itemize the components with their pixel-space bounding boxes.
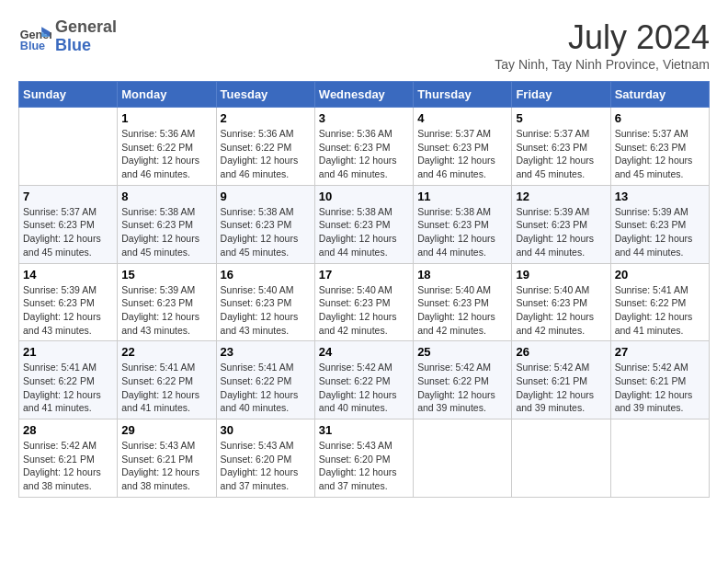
calendar-cell: 20Sunrise: 5:41 AM Sunset: 6:22 PM Dayli… [610,263,709,341]
title-section: July 2024 Tay Ninh, Tay Ninh Province, V… [495,18,710,72]
calendar-week-row: 1Sunrise: 5:36 AM Sunset: 6:22 PM Daylig… [19,108,710,186]
calendar-cell: 2Sunrise: 5:36 AM Sunset: 6:22 PM Daylig… [216,108,314,186]
calendar-cell: 31Sunrise: 5:43 AM Sunset: 6:20 PM Dayli… [314,419,413,498]
svg-text:Blue: Blue [20,40,45,52]
calendar-cell: 22Sunrise: 5:41 AM Sunset: 6:22 PM Dayli… [118,341,216,419]
calendar-cell [512,419,610,498]
day-number: 14 [23,268,113,282]
day-number: 25 [417,345,507,359]
calendar-cell: 15Sunrise: 5:39 AM Sunset: 6:23 PM Dayli… [118,263,216,341]
day-number: 3 [319,111,409,125]
cell-content: Sunrise: 5:39 AM Sunset: 6:23 PM Dayligh… [23,283,113,338]
cell-content: Sunrise: 5:42 AM Sunset: 6:21 PM Dayligh… [615,361,705,415]
day-number: 24 [319,345,409,359]
calendar-cell [414,419,512,498]
day-number: 5 [516,111,606,125]
cell-content: Sunrise: 5:37 AM Sunset: 6:23 PM Dayligh… [516,127,606,181]
day-number: 22 [121,345,211,359]
day-number: 1 [121,111,211,125]
weekday-header-wednesday: Wednesday [314,82,413,108]
calendar-cell: 6Sunrise: 5:37 AM Sunset: 6:23 PM Daylig… [610,108,709,186]
calendar-cell: 1Sunrise: 5:36 AM Sunset: 6:22 PM Daylig… [118,108,216,186]
weekday-header-thursday: Thursday [414,82,512,108]
cell-content: Sunrise: 5:41 AM Sunset: 6:22 PM Dayligh… [121,361,211,415]
calendar-cell: 25Sunrise: 5:42 AM Sunset: 6:22 PM Dayli… [414,341,512,419]
logo-line1: General [55,18,117,37]
cell-content: Sunrise: 5:37 AM Sunset: 6:23 PM Dayligh… [23,205,113,259]
calendar-cell: 11Sunrise: 5:38 AM Sunset: 6:23 PM Dayli… [414,185,512,263]
calendar-cell: 5Sunrise: 5:37 AM Sunset: 6:23 PM Daylig… [512,108,610,186]
calendar-cell: 13Sunrise: 5:39 AM Sunset: 6:23 PM Dayli… [610,185,709,263]
calendar-cell: 10Sunrise: 5:38 AM Sunset: 6:23 PM Dayli… [314,185,413,263]
cell-content: Sunrise: 5:38 AM Sunset: 6:23 PM Dayligh… [121,205,211,259]
cell-content: Sunrise: 5:42 AM Sunset: 6:22 PM Dayligh… [319,361,409,415]
cell-content: Sunrise: 5:42 AM Sunset: 6:21 PM Dayligh… [23,439,113,493]
day-number: 6 [615,111,705,125]
cell-content: Sunrise: 5:36 AM Sunset: 6:22 PM Dayligh… [121,127,211,181]
day-number: 20 [615,268,705,282]
day-number: 27 [615,345,705,359]
calendar-week-row: 14Sunrise: 5:39 AM Sunset: 6:23 PM Dayli… [19,263,710,341]
calendar-header-row: SundayMondayTuesdayWednesdayThursdayFrid… [19,82,710,108]
cell-content: Sunrise: 5:43 AM Sunset: 6:20 PM Dayligh… [319,439,409,493]
logo-icon: General Blue [18,20,51,53]
day-number: 15 [121,268,211,282]
weekday-header-friday: Friday [512,82,610,108]
cell-content: Sunrise: 5:43 AM Sunset: 6:20 PM Dayligh… [221,439,311,493]
day-number: 19 [516,268,606,282]
calendar-cell: 28Sunrise: 5:42 AM Sunset: 6:21 PM Dayli… [19,419,118,498]
day-number: 28 [23,423,113,437]
logo-line2: Blue [55,37,117,55]
location-subtitle: Tay Ninh, Tay Ninh Province, Vietnam [495,57,710,72]
logo-text: General Blue [55,18,117,55]
calendar-cell: 4Sunrise: 5:37 AM Sunset: 6:23 PM Daylig… [414,108,512,186]
calendar-cell: 27Sunrise: 5:42 AM Sunset: 6:21 PM Dayli… [610,341,709,419]
cell-content: Sunrise: 5:37 AM Sunset: 6:23 PM Dayligh… [417,127,507,181]
day-number: 16 [221,268,311,282]
calendar-cell: 30Sunrise: 5:43 AM Sunset: 6:20 PM Dayli… [216,419,314,498]
calendar-cell: 17Sunrise: 5:40 AM Sunset: 6:23 PM Dayli… [314,263,413,341]
day-number: 23 [221,345,311,359]
cell-content: Sunrise: 5:42 AM Sunset: 6:21 PM Dayligh… [516,361,606,415]
day-number: 21 [23,345,113,359]
cell-content: Sunrise: 5:39 AM Sunset: 6:23 PM Dayligh… [615,205,705,259]
calendar-cell: 23Sunrise: 5:41 AM Sunset: 6:22 PM Dayli… [216,341,314,419]
day-number: 13 [615,190,705,203]
logo: General Blue General Blue [18,18,117,55]
day-number: 9 [221,190,311,203]
day-number: 31 [319,423,409,437]
weekday-header-tuesday: Tuesday [216,82,314,108]
cell-content: Sunrise: 5:42 AM Sunset: 6:22 PM Dayligh… [417,361,507,415]
day-number: 29 [121,423,211,437]
calendar-week-row: 28Sunrise: 5:42 AM Sunset: 6:21 PM Dayli… [19,419,710,498]
page-header: General Blue General Blue July 2024 Tay … [18,18,710,72]
calendar-week-row: 21Sunrise: 5:41 AM Sunset: 6:22 PM Dayli… [19,341,710,419]
calendar-cell: 19Sunrise: 5:40 AM Sunset: 6:23 PM Dayli… [512,263,610,341]
cell-content: Sunrise: 5:40 AM Sunset: 6:23 PM Dayligh… [516,283,606,338]
day-number: 12 [516,190,606,203]
day-number: 2 [221,111,311,125]
calendar-cell: 18Sunrise: 5:40 AM Sunset: 6:23 PM Dayli… [414,263,512,341]
cell-content: Sunrise: 5:43 AM Sunset: 6:21 PM Dayligh… [121,439,211,493]
cell-content: Sunrise: 5:40 AM Sunset: 6:23 PM Dayligh… [319,283,409,338]
weekday-header-monday: Monday [118,82,216,108]
day-number: 7 [23,190,113,203]
cell-content: Sunrise: 5:41 AM Sunset: 6:22 PM Dayligh… [221,361,311,415]
cell-content: Sunrise: 5:40 AM Sunset: 6:23 PM Dayligh… [221,283,311,338]
month-year-title: July 2024 [495,18,710,57]
day-number: 11 [417,190,507,203]
cell-content: Sunrise: 5:41 AM Sunset: 6:22 PM Dayligh… [23,361,113,415]
calendar-cell: 16Sunrise: 5:40 AM Sunset: 6:23 PM Dayli… [216,263,314,341]
calendar-cell: 14Sunrise: 5:39 AM Sunset: 6:23 PM Dayli… [19,263,118,341]
weekday-header-saturday: Saturday [610,82,709,108]
calendar-cell: 7Sunrise: 5:37 AM Sunset: 6:23 PM Daylig… [19,185,118,263]
calendar-cell [19,108,118,186]
calendar-cell: 29Sunrise: 5:43 AM Sunset: 6:21 PM Dayli… [118,419,216,498]
calendar-cell: 21Sunrise: 5:41 AM Sunset: 6:22 PM Dayli… [19,341,118,419]
cell-content: Sunrise: 5:36 AM Sunset: 6:22 PM Dayligh… [221,127,311,181]
cell-content: Sunrise: 5:41 AM Sunset: 6:22 PM Dayligh… [615,283,705,338]
calendar-cell: 8Sunrise: 5:38 AM Sunset: 6:23 PM Daylig… [118,185,216,263]
calendar-cell [610,419,709,498]
day-number: 26 [516,345,606,359]
calendar-week-row: 7Sunrise: 5:37 AM Sunset: 6:23 PM Daylig… [19,185,710,263]
